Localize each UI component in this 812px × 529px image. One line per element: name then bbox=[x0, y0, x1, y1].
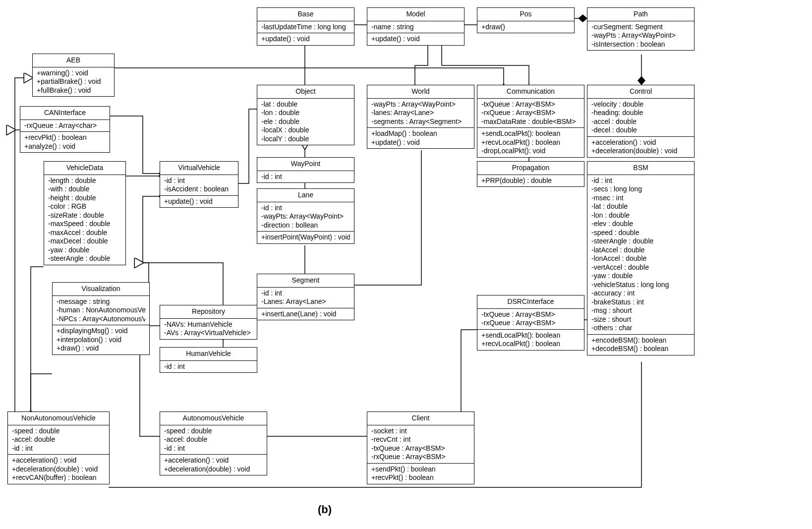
op-line: +decodeBSM() : boolean bbox=[591, 345, 690, 353]
attr-line: -ele : double bbox=[261, 118, 350, 126]
attr-line: -maxDecel : double bbox=[48, 237, 121, 246]
class-Path: Path-curSegment: Segment-wayPts : Array<… bbox=[587, 7, 695, 51]
op-line: +update() : void bbox=[164, 197, 234, 206]
attrs-section: -rxQueue : Array<char> bbox=[20, 120, 110, 132]
attr-line: -id : int bbox=[261, 204, 350, 213]
attr-line: -lon : double bbox=[261, 109, 350, 118]
attr-line: -txQueue : Array<BSM> bbox=[371, 444, 470, 453]
attr-line: -speed : double bbox=[164, 427, 263, 436]
attr-line: -elev : double bbox=[591, 220, 690, 229]
class-title: VirtualVehicle bbox=[160, 162, 238, 175]
attr-line: -NPCs : Array<AutonomousVehicle> bbox=[57, 315, 145, 324]
attr-line: -msec : int bbox=[591, 194, 690, 203]
attrs-section: -id : int-wayPts: Array<WayPoint>-direct… bbox=[257, 202, 354, 232]
attr-line: -size : shourt bbox=[591, 315, 690, 324]
class-DSRCInterface: DSRCInterface-txQueue : Array<BSM>-rxQue… bbox=[477, 295, 584, 351]
attr-line: -accel : double bbox=[591, 118, 690, 126]
attr-line: -rxQueue : Array<char> bbox=[24, 121, 106, 130]
uml-edge bbox=[237, 109, 257, 183]
attr-line: -yaw : double bbox=[591, 272, 690, 281]
attr-line: -with : double bbox=[48, 185, 121, 194]
op-line: +acceleration() : void bbox=[12, 456, 105, 465]
class-title: Path bbox=[587, 8, 694, 21]
op-line: +displayingMsg() : void bbox=[57, 327, 145, 336]
attr-line: -id : int bbox=[591, 176, 690, 185]
class-title: BSM bbox=[587, 162, 694, 175]
op-line: +interpolation() : void bbox=[57, 336, 145, 345]
attrs-section: -message : string-human : NonAutonomousV… bbox=[53, 296, 149, 326]
class-Lane: Lane-id : int-wayPts: Array<WayPoint>-di… bbox=[257, 188, 354, 244]
op-line: +draw() bbox=[481, 23, 570, 32]
attrs-section: -txQueue : Array<BSM>-rxQueue : Array<BS… bbox=[477, 99, 584, 128]
class-VirtualVehicle: VirtualVehicle-id : int-isAccident : boo… bbox=[160, 161, 238, 208]
class-Base: Base-lastUpdateTime : long long+update()… bbox=[257, 7, 354, 46]
class-title: WayPoint bbox=[257, 158, 354, 171]
op-line: +acceleration() : void bbox=[164, 456, 263, 465]
class-title: VehicleData bbox=[44, 162, 125, 175]
attrs-section: -lastUpdateTime : long long bbox=[257, 21, 354, 34]
attrs-section: -id : int bbox=[257, 171, 354, 183]
attr-line: -yaw : double bbox=[48, 246, 121, 255]
attr-line: -speed : double bbox=[591, 229, 690, 237]
attr-line: -accel: double bbox=[12, 435, 105, 444]
attr-line: -direction : bollean bbox=[261, 221, 350, 230]
op-line: -dropLocalPkt(): void bbox=[481, 147, 580, 156]
class-title: Lane bbox=[257, 189, 354, 202]
ops-section: +acceleration() : void+deceleration(doub… bbox=[587, 137, 694, 157]
class-VehicleData: VehicleData-length : double-with : doubl… bbox=[44, 161, 126, 265]
op-line: +PRP(double) : double bbox=[481, 176, 580, 185]
class-title: DSRCInterface bbox=[477, 295, 584, 309]
class-title: Client bbox=[367, 412, 474, 425]
op-line: +update() : void bbox=[261, 35, 350, 44]
op-line: +loadMap() : boolean bbox=[371, 129, 470, 138]
ops-section: +update() : void bbox=[257, 33, 354, 45]
class-NonAutonomousVehicle: NonAutonomousVehicle-speed : double-acce… bbox=[7, 411, 110, 484]
op-line: +analyze() : void bbox=[24, 142, 106, 151]
attrs-section: -id : int-Lanes: Array<Lane> bbox=[257, 288, 354, 308]
ops-section: +insertLane(Lane) : void bbox=[257, 308, 354, 320]
op-line: +sendLocalPkt(): boolean bbox=[481, 331, 580, 340]
attrs-section: -id : int bbox=[160, 361, 257, 373]
class-title: HumanVehicle bbox=[160, 348, 257, 361]
attr-line: -rxQueue : Array<BSM> bbox=[481, 319, 580, 328]
attrs-section: -txQueue : Array<BSM>-rxQueue : Array<BS… bbox=[477, 309, 584, 330]
op-line: +deceleration(double) : void bbox=[591, 147, 690, 156]
class-HumanVehicle: HumanVehicle-id : int bbox=[160, 347, 257, 373]
attrs-section: -name : string bbox=[367, 21, 464, 34]
caption: (b) bbox=[318, 503, 332, 516]
op-line: +recvLocalPkt() : boolean bbox=[481, 138, 580, 147]
class-title: Model bbox=[367, 8, 464, 21]
class-Repository: Repository-NAVs: HumanVehicle-AVs : Arra… bbox=[160, 305, 257, 340]
attr-line: -velocity : double bbox=[591, 100, 690, 109]
attr-line: -rxQueue : Array<BSM> bbox=[481, 109, 580, 118]
attr-line: -socket : int bbox=[371, 427, 470, 436]
op-line: +acceleration() : void bbox=[591, 138, 690, 147]
op-line: +draw() : void bbox=[57, 344, 145, 353]
attrs-section: -id : int-secs : long long-msec : int-la… bbox=[587, 175, 694, 335]
class-Model: Model-name : string+update() : void bbox=[367, 7, 464, 46]
class-title: Segment bbox=[257, 274, 354, 288]
attr-line: -steerAngle : double bbox=[48, 254, 121, 263]
class-title: AEB bbox=[33, 54, 114, 67]
op-line: +update() : void bbox=[371, 35, 460, 44]
attr-line: -rxQueue : Array<BSM> bbox=[371, 453, 470, 462]
class-Visualization: Visualization-message : string-human : N… bbox=[52, 282, 150, 355]
class-AEB: AEB+warning() : void+partialBrake() : vo… bbox=[32, 54, 115, 97]
ops-section: +draw() bbox=[477, 21, 574, 33]
op-line: +recvCAN(buffer) : boolean bbox=[12, 473, 105, 482]
class-title: Object bbox=[257, 85, 354, 99]
op-line: +encodeBSM(): boolean bbox=[591, 336, 690, 345]
attr-line: -vehicleStatus : long long bbox=[591, 281, 690, 290]
attr-line: -id : int bbox=[164, 362, 253, 371]
attrs-section: -lat : double-lon : double-ele : double-… bbox=[257, 99, 354, 145]
ops-section: +sendLocalPkt(): boolean+recvLocalPkt() … bbox=[477, 330, 584, 350]
attr-line: -maxDataRate : double<BSM> bbox=[481, 118, 580, 126]
class-CANInterface: CANInterface-rxQueue : Array<char>+recvP… bbox=[20, 106, 110, 153]
attr-line: -id : int bbox=[164, 176, 234, 185]
class-Propagation: Propagation+PRP(double) : double bbox=[477, 161, 584, 187]
ops-section: +update() : void bbox=[160, 196, 238, 208]
class-Segment: Segment-id : int-Lanes: Array<Lane>+inse… bbox=[257, 274, 354, 320]
class-title: Control bbox=[587, 85, 694, 99]
uml-edge bbox=[31, 267, 44, 411]
class-title: Base bbox=[257, 8, 354, 21]
